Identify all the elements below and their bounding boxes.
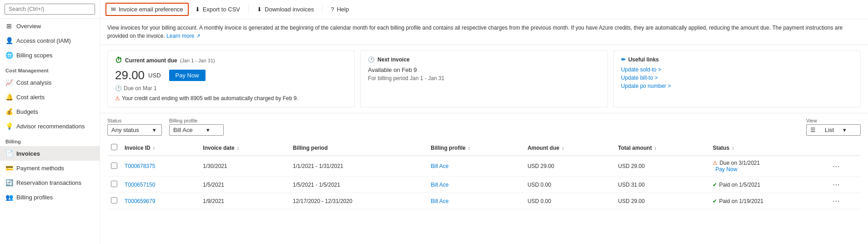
sidebar: ⊞ Overview 👤 Access control (IAM) 🌐 Bill… [0,0,100,244]
total-amount-header[interactable]: Total amount ↕ [614,140,709,156]
sidebar-item-label: Cost alerts [16,94,45,101]
update-bill-to-link[interactable]: Update bill-to > [621,75,853,81]
billing-profile-filter-group: Billing profile Bill Ace ▾ [169,118,224,136]
row-menu-cell: ⋯ [829,193,861,209]
invoices-table-container: Invoice ID ↕ Invoice date ↕ Billing peri… [100,140,868,244]
status-ok-icon: ✔ [712,182,717,188]
billing-profile-link[interactable]: Bill Ace [431,182,448,188]
download-invoices-button[interactable]: ⬇ Download invoices [252,4,318,15]
filters-row: Status Any status ▾ Billing profile Bill… [100,113,868,140]
sidebar-item-label: Cost analysis [16,79,51,86]
billing-period-header[interactable]: Billing period [289,140,427,156]
row-checkbox-2[interactable] [111,197,117,203]
learn-more-link[interactable]: Learn more ↗ [166,33,201,39]
search-input[interactable] [5,4,95,15]
billing-profile-link[interactable]: Bill Ace [431,198,448,204]
sidebar-item-invoices[interactable]: 📄 Invoices [0,146,100,161]
billing-period-cell: 1/1/2021 - 1/31/2021 [289,156,427,177]
sidebar-item-label: Access control (IAM) [16,37,71,44]
export-icon: ⬇ [195,6,200,13]
status-cell: ✔ Paid on 1/5/2021 [709,177,828,193]
current-amount-card: ⏱ Current amount due (Jan 1 - Jan 31) 29… [107,51,355,107]
invoice-date-header[interactable]: Invoice date ↕ [199,140,289,156]
cost-analysis-icon: 📈 [5,79,13,86]
billing-profile-select[interactable]: Bill Ace ▾ [169,124,224,136]
table-body: T000678375 1/30/2021 1/1/2021 - 1/31/202… [107,156,861,209]
amount-value: 29.00 [115,68,145,82]
sidebar-item-budgets[interactable]: 💰 Budgets [0,104,100,119]
status-chevron-icon: ▾ [153,127,156,133]
billing-profile-header[interactable]: Billing profile ↕ [427,140,524,156]
current-amount-title: ⏱ Current amount due (Jan 1 - Jan 31) [115,56,347,65]
update-po-number-link[interactable]: Update po number > [621,83,853,89]
row-more-menu[interactable]: ⋯ [833,163,841,170]
pay-now-card-button[interactable]: Pay Now [169,70,206,81]
status-sort-icon: ↕ [732,146,734,151]
view-select[interactable]: ☰ List ▾ [806,124,861,136]
sidebar-item-access-control[interactable]: 👤 Access control (IAM) [0,33,100,48]
row-checkbox-cell [107,177,121,193]
help-label: Help [337,6,349,13]
sidebar-item-reservation-transactions[interactable]: 🔄 Reservation transactions [0,175,100,190]
sidebar-item-advisor-recommendations[interactable]: 💡 Advisor recommendations [0,119,100,133]
amount-due-cell: USD 29.00 [524,156,614,177]
status-filter-label: Status [107,118,162,123]
useful-links-icon: ✏ [621,56,626,63]
sidebar-item-label: Advisor recommendations [16,123,85,130]
sidebar-item-billing-scopes[interactable]: 🌐 Billing scopes [0,48,100,62]
sidebar-item-overview[interactable]: ⊞ Overview [0,19,100,33]
row-more-menu[interactable]: ⋯ [833,197,841,205]
row-more-menu[interactable]: ⋯ [833,181,841,188]
select-all-checkbox[interactable] [111,144,117,150]
download-invoices-label: Download invoices [265,6,314,13]
invoice-email-button[interactable]: ✉ Invoice email preference [105,3,189,16]
toolbar-divider-2 [322,5,322,14]
help-button[interactable]: ? Help [326,4,353,15]
sidebar-item-label: Invoices [16,150,40,157]
email-icon: ✉ [111,6,116,13]
invoice-id-cell: T000659679 [121,193,199,209]
cost-management-section: Cost Management [0,62,100,75]
invoice-id-link[interactable]: T000678375 [125,163,155,169]
warning-icon: ⚠ [115,95,120,102]
billing-period-cell: 1/5/2021 - 1/5/2021 [289,177,427,193]
table-row: T000657150 1/5/2021 1/5/2021 - 1/5/2021 … [107,177,861,193]
invoice-id-link[interactable]: T000659679 [125,198,155,204]
view-chevron-icon: ▾ [843,127,846,133]
invoice-id-link[interactable]: T000657150 [125,182,155,188]
pay-now-row-link[interactable]: Pay Now [715,166,737,173]
status-ok-icon: ✔ [712,198,717,204]
next-invoice-available: Available on Feb 9 [368,66,600,73]
status-text: ✔ Paid on 1/5/2021 [712,182,825,188]
view-group: View ☰ List ▾ [806,118,861,136]
row-checkbox-1[interactable] [111,181,117,187]
invoices-table: Invoice ID ↕ Invoice date ↕ Billing peri… [107,140,861,209]
billing-profile-link[interactable]: Bill Ace [431,163,448,169]
due-date-row: 🕐 Due on Mar 1 [115,85,347,92]
advisor-icon: 💡 [5,122,13,130]
status-text: ✔ Paid on 1/19/2021 [712,198,825,204]
status-header[interactable]: Status ↕ [709,140,828,156]
row-checkbox-0[interactable] [111,163,117,169]
search-container [0,0,100,19]
sidebar-item-cost-alerts[interactable]: 🔔 Cost alerts [0,90,100,104]
total-amount-sort-icon: ↕ [654,146,657,151]
invoice-id-cell: T000678375 [121,156,199,177]
description-area: View invoices for your billing account. … [100,19,868,45]
select-all-header [107,140,121,156]
view-label: View [806,118,861,123]
status-filter-group: Status Any status ▾ [107,118,162,136]
export-csv-button[interactable]: ⬇ Export to CSV [191,4,245,15]
sidebar-item-cost-analysis[interactable]: 📈 Cost analysis [0,75,100,90]
table-row: T000659679 1/9/2021 12/17/2020 - 12/31/2… [107,193,861,209]
amount-due-header[interactable]: Amount due ↕ [524,140,614,156]
invoice-id-header[interactable]: Invoice ID ↕ [121,140,199,156]
sidebar-item-payment-methods[interactable]: 💳 Payment methods [0,161,100,175]
billing-profile-cell: Bill Ace [427,177,524,193]
status-filter-select[interactable]: Any status ▾ [107,124,162,136]
toolbar-divider-1 [248,5,249,14]
sidebar-item-billing-profiles[interactable]: 👥 Billing profiles [0,190,100,204]
sidebar-item-label: Reservation transactions [16,179,81,186]
budgets-icon: 💰 [5,108,13,115]
update-sold-to-link[interactable]: Update sold-to > [621,66,853,73]
